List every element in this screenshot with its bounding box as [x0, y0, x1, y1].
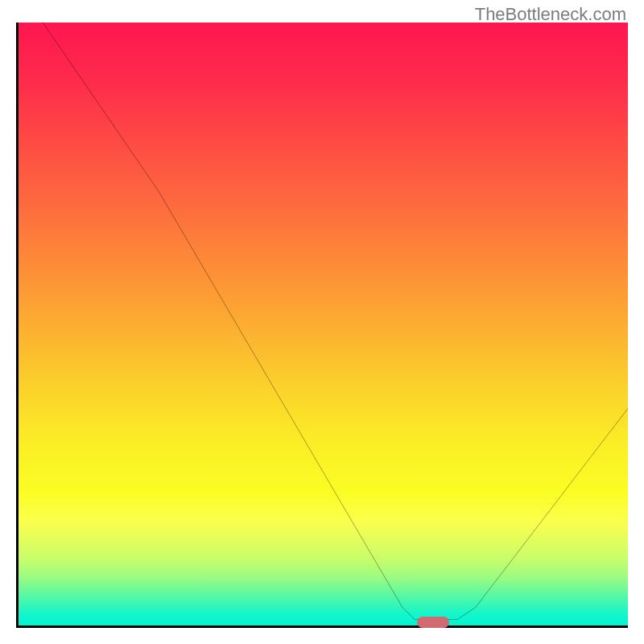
line-curve	[19, 23, 628, 625]
optimum-marker	[417, 617, 449, 628]
watermark-text: TheBottleneck.com	[475, 4, 626, 25]
plot-area	[16, 23, 628, 628]
chart-container: TheBottleneck.com	[0, 0, 644, 644]
bottleneck-path	[43, 23, 628, 620]
